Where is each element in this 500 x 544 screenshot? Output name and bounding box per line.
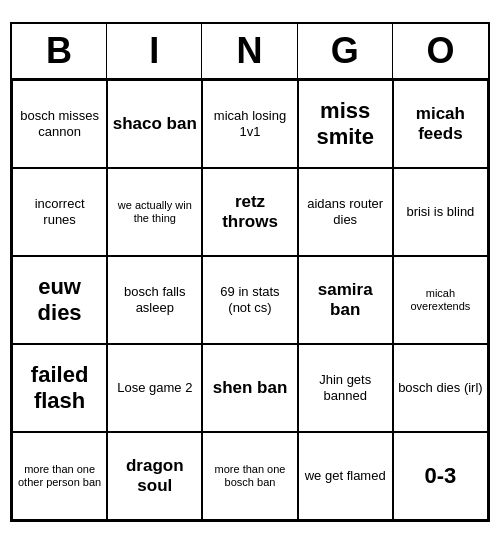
bingo-cell: euw dies [12, 256, 107, 344]
bingo-cell: bosch falls asleep [107, 256, 202, 344]
bingo-cell: bosch misses cannon [12, 80, 107, 168]
bingo-cell: 0-3 [393, 432, 488, 520]
bingo-cell: micah overextends [393, 256, 488, 344]
bingo-cell: Jhin gets banned [298, 344, 393, 432]
bingo-cell: micah feeds [393, 80, 488, 168]
bingo-cell: 69 in stats (not cs) [202, 256, 297, 344]
header-letter: N [202, 24, 297, 78]
bingo-cell: more than one bosch ban [202, 432, 297, 520]
bingo-cell: failed flash [12, 344, 107, 432]
bingo-cell: we get flamed [298, 432, 393, 520]
header-letter: G [298, 24, 393, 78]
bingo-cell: bosch dies (irl) [393, 344, 488, 432]
bingo-cell: miss smite [298, 80, 393, 168]
bingo-cell: samira ban [298, 256, 393, 344]
bingo-cell: micah losing 1v1 [202, 80, 297, 168]
bingo-cell: we actually win the thing [107, 168, 202, 256]
bingo-grid: bosch misses cannonshaco banmicah losing… [12, 80, 488, 520]
bingo-cell: incorrect runes [12, 168, 107, 256]
bingo-cell: retz throws [202, 168, 297, 256]
bingo-cell: more than one other person ban [12, 432, 107, 520]
bingo-cell: shaco ban [107, 80, 202, 168]
bingo-cell: brisi is blind [393, 168, 488, 256]
bingo-cell: dragon soul [107, 432, 202, 520]
bingo-cell: shen ban [202, 344, 297, 432]
bingo-cell: aidans router dies [298, 168, 393, 256]
header-letter: O [393, 24, 488, 78]
bingo-card: BINGO bosch misses cannonshaco banmicah … [10, 22, 490, 522]
bingo-header: BINGO [12, 24, 488, 80]
header-letter: I [107, 24, 202, 78]
header-letter: B [12, 24, 107, 78]
bingo-cell: Lose game 2 [107, 344, 202, 432]
